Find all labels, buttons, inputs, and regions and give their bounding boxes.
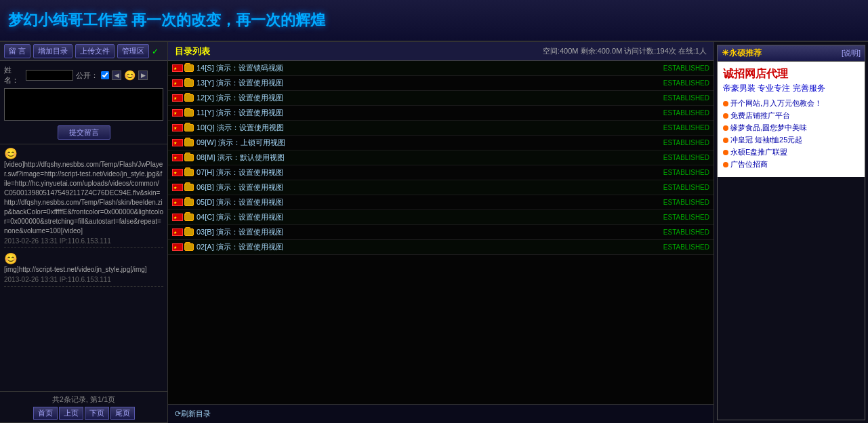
ad-list: 开个网站,月入万元包教会！免费店铺推广平台缘萝食品,圆您梦中美味冲皇冠 短袖t恤… — [723, 98, 859, 169]
flag-icon — [172, 154, 183, 161]
folder-icon — [184, 228, 194, 236]
message-button[interactable]: 留 言 — [4, 44, 30, 58]
comment-form: 姓名： 公开： ◀ 😊 ▶ 提交留言 — [0, 61, 167, 144]
ad-item-text: 缘萝食品,圆您梦中美味 — [730, 123, 807, 133]
header: 梦幻小纯哥工作室 再一次的改变，再一次的辉煌 — [0, 0, 868, 42]
dir-status: ESTABLISHED — [648, 64, 709, 72]
flag-icon — [172, 199, 183, 206]
comment-list[interactable]: 😊 [video]http://dfqshy.nesbbs.com/Temp/F… — [0, 144, 167, 392]
name-input[interactable] — [26, 70, 73, 81]
flag-icon — [172, 139, 183, 146]
table-row[interactable]: 03[B] 演示：设置使用视图 ESTABLISHED — [168, 225, 714, 240]
table-row[interactable]: 10[Q] 演示：设置使用视图 ESTABLISHED — [168, 121, 714, 136]
list-item[interactable]: 开个网站,月入万元包教会！ — [723, 98, 859, 108]
right-arrow-icon[interactable]: ▶ — [138, 70, 148, 80]
dir-name: 12[X] 演示：设置使用视图 — [197, 93, 648, 103]
dir-status: ESTABLISHED — [648, 199, 709, 206]
dir-status: ESTABLISHED — [648, 169, 709, 176]
first-page-button[interactable]: 首页 — [33, 407, 58, 420]
table-row[interactable]: 14[S] 演示：设置锁码视频 ESTABLISHED — [168, 61, 714, 76]
flag-icon — [172, 169, 183, 176]
dir-name: 06[B] 演示：设置使用视图 — [197, 182, 648, 193]
dir-name: 13[Y] 演示：设置使用视图 — [197, 78, 648, 88]
folder-icon — [184, 243, 194, 251]
ad-explain-link[interactable]: [说明] — [842, 48, 861, 58]
table-row[interactable]: 04[C] 演示：设置使用视图 ESTABLISHED — [168, 210, 714, 225]
ad-item-text: 永硕E盘推广联盟 — [730, 147, 787, 157]
dir-name: 03[B] 演示：设置使用视图 — [197, 227, 648, 237]
ad-dot-icon — [723, 138, 728, 143]
comment-textarea[interactable] — [4, 88, 163, 121]
dir-status: ESTABLISHED — [648, 214, 709, 221]
ad-item-text: 开个网站,月入万元包教会！ — [730, 98, 822, 108]
emoji-icon[interactable]: 😊 — [124, 70, 136, 81]
page-info: 共2条记录, 第1/1页 — [4, 395, 163, 405]
ad-item-text: 广告位招商 — [730, 159, 768, 169]
folder-icon — [184, 184, 194, 191]
prev-page-button[interactable]: 上页 — [59, 407, 83, 420]
pagination: 共2条记录, 第1/1页 首页 上页 下页 尾页 — [0, 392, 167, 423]
dir-status: ESTABLISHED — [648, 228, 709, 236]
table-row[interactable]: 02[A] 演示：设置使用视图 ESTABLISHED — [168, 240, 714, 255]
table-row[interactable]: 07[H] 演示：设置使用视图 ESTABLISHED — [168, 165, 714, 180]
left-arrow-icon[interactable]: ◀ — [112, 70, 121, 80]
table-row[interactable]: 05[D] 演示：设置使用视图 ESTABLISHED — [168, 195, 714, 210]
folder-icon — [184, 94, 194, 102]
flag-icon — [172, 109, 183, 117]
flag-icon — [172, 214, 183, 221]
comment-meta: 2013-02-26 13:31 IP:110.6.153.111 — [4, 237, 163, 245]
content-area: 目录列表 空间:400M 剩余:400.0M 访问计数:194次 在线:1人 1… — [168, 42, 714, 423]
folder-icon — [184, 214, 194, 221]
ad-dot-icon — [723, 150, 728, 155]
directory-table[interactable]: 14[S] 演示：设置锁码视频 ESTABLISHED 13[Y] 演示：设置使… — [168, 61, 714, 404]
list-item[interactable]: 缘萝食品,圆您梦中美味 — [723, 123, 859, 133]
dir-status: ESTABLISHED — [648, 94, 709, 102]
add-dir-button[interactable]: 增加目录 — [33, 44, 73, 58]
main-area: 留 言 增加目录 上传文件 管理区 ✓ 姓名： 公开： ◀ 😊 ▶ 提交留言 😊 — [0, 42, 868, 423]
site-title: 梦幻小纯哥工作室 再一次的改变，再一次的辉煌 — [8, 10, 325, 31]
table-row[interactable]: 06[B] 演示：设置使用视图 ESTABLISHED — [168, 180, 714, 195]
next-page-button[interactable]: 下页 — [85, 407, 109, 420]
comment-meta: 2013-02-26 13:31 IP:110.6.153.111 — [4, 276, 163, 283]
folder-icon — [184, 139, 194, 146]
comment-item: 😊 [img]http://script-test.net/video/jn_s… — [4, 252, 163, 287]
folder-icon — [184, 169, 194, 176]
list-item[interactable]: 永硕E盘推广联盟 — [723, 147, 859, 157]
refresh-button[interactable]: ⟳刷新目录 — [175, 409, 211, 419]
table-row[interactable]: 09[W] 演示：上锁可用视图 ESTABLISHED — [168, 136, 714, 150]
comment-text: [img]http://script-test.net/video/jn_sty… — [4, 265, 163, 275]
comment-emoji: 😊 — [4, 148, 18, 159]
upload-button[interactable]: 上传文件 — [75, 44, 115, 58]
table-row[interactable]: 12[X] 演示：设置使用视图 ESTABLISHED — [168, 91, 714, 106]
dir-name: 09[W] 演示：上锁可用视图 — [197, 138, 648, 148]
public-checkbox[interactable] — [101, 71, 109, 79]
comment-text: [video]http://dfqshy.nesbbs.com/Temp/Fla… — [4, 160, 163, 236]
public-label: 公开： — [76, 70, 98, 81]
dir-name: 07[H] 演示：设置使用视图 — [197, 167, 648, 178]
dir-name: 14[S] 演示：设置锁码视频 — [197, 63, 648, 73]
last-page-button[interactable]: 尾页 — [110, 407, 135, 420]
name-label: 姓名： — [4, 65, 23, 85]
submit-button[interactable]: 提交留言 — [58, 125, 110, 140]
manage-button[interactable]: 管理区 — [117, 44, 149, 58]
dir-name: 05[D] 演示：设置使用视图 — [197, 197, 648, 207]
dir-name: 10[Q] 演示：设置使用视图 — [197, 123, 648, 133]
list-item[interactable]: 广告位招商 — [723, 159, 859, 169]
ad-dot-icon — [723, 113, 728, 119]
dir-name: 02[A] 演示：设置使用视图 — [197, 242, 648, 252]
list-item[interactable]: 免费店铺推广平台 — [723, 110, 859, 121]
right-panel: ☀永硕推荐 [说明] 诚招网店代理 帝豪男装 专业专注 完善服务 开个网站,月入… — [714, 42, 868, 423]
dir-status: ESTABLISHED — [648, 243, 709, 251]
folder-icon — [184, 199, 194, 206]
table-row[interactable]: 08[M] 演示：默认使用视图 ESTABLISHED — [168, 150, 714, 165]
ad-panel: ☀永硕推荐 [说明] 诚招网店代理 帝豪男装 专业专注 完善服务 开个网站,月入… — [717, 45, 865, 420]
dir-status: ESTABLISHED — [648, 154, 709, 161]
ad-subtitle: 帝豪男装 专业专注 完善服务 — [723, 83, 859, 94]
list-item[interactable]: 冲皇冠 短袖t恤25元起 — [723, 135, 859, 145]
folder-icon — [184, 64, 194, 72]
table-row[interactable]: 11[Y] 演示：设置使用视图 ESTABLISHED — [168, 106, 714, 121]
table-row[interactable]: 13[Y] 演示：设置使用视图 ESTABLISHED — [168, 76, 714, 91]
manage-check-icon: ✓ — [152, 47, 159, 56]
space-info: 空间:400M 剩余:400.0M 访问计数:194次 在线:1人 — [543, 46, 707, 56]
dir-status: ESTABLISHED — [648, 109, 709, 117]
